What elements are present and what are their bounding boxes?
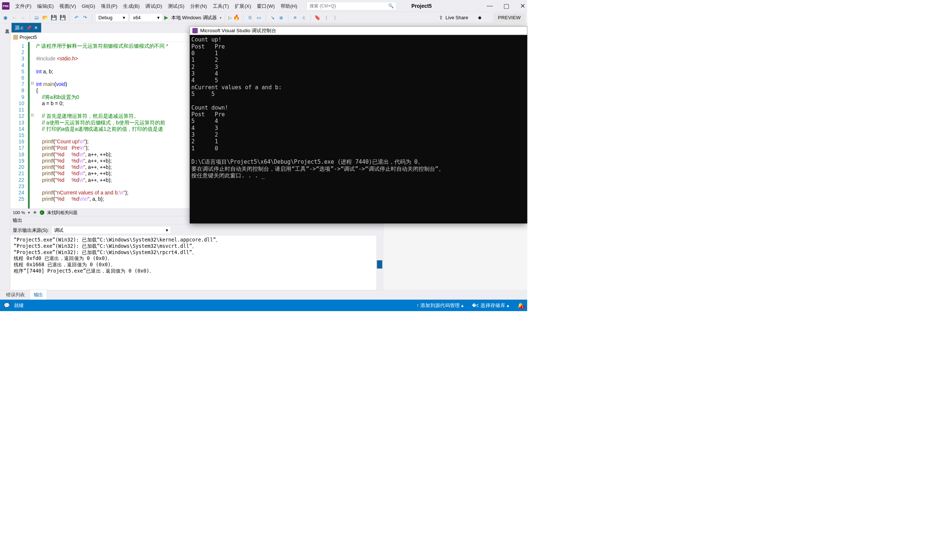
debug-console-window[interactable]: Microsoft Visual Studio 调试控制台 Count up! … [190, 26, 528, 223]
output-text[interactable]: “Project5.exe”(Win32): 已加载“C:\Windows\Sy… [10, 235, 376, 290]
menu-ext[interactable]: 扩展(X) [235, 3, 251, 9]
project-icon [13, 35, 18, 39]
menu-git[interactable]: Git(G) [82, 3, 95, 9]
nav-fwd-icon[interactable]: ← [11, 14, 18, 21]
menu-build[interactable]: 生成(B) [123, 3, 139, 9]
redo-icon[interactable]: ↷ [82, 14, 89, 21]
search-icon[interactable]: 🔍 [388, 3, 394, 9]
fold-column[interactable]: ⊟⊟ [30, 42, 34, 209]
debug-console-titlebar[interactable]: Microsoft Visual Studio 调试控制台 [190, 26, 528, 35]
window-minimize[interactable]: — [487, 2, 493, 9]
console-app-icon [192, 28, 198, 33]
debug-console-output[interactable]: Count up! Post Pre 0 1 1 2 2 3 3 4 4 5 n… [190, 35, 528, 223]
open-file-icon[interactable]: 📂 [42, 14, 49, 21]
zoom-level[interactable]: 100 % [12, 210, 25, 215]
source-control-button[interactable]: ↑ 添加到源代码管理 ▴ [417, 302, 464, 309]
step-icon[interactable]: ⎘ [247, 14, 254, 21]
window-maximize[interactable]: ▢ [503, 2, 509, 9]
preview-badge: PREVIEW [494, 13, 525, 22]
feedback-icon[interactable]: 💬 [4, 303, 10, 309]
chevron-down-icon: ▾ [166, 228, 168, 233]
notifications-button[interactable]: 🔔1 [517, 303, 524, 309]
issues-label[interactable]: 未找到相关问题 [47, 210, 77, 215]
menu-view[interactable]: 视图(V) [59, 3, 76, 9]
menu-test[interactable]: 测试(S) [168, 3, 184, 9]
uncomment-icon[interactable]: ⎌ [300, 14, 307, 21]
menu-project[interactable]: 项目(P) [101, 3, 117, 9]
config-dropdown[interactable]: Debug▾ [95, 13, 128, 22]
run-button[interactable]: 本地 Windows 调试器 [171, 14, 217, 21]
layout-icon[interactable]: ▭ [255, 14, 262, 21]
new-project-icon[interactable]: 🗂 [33, 14, 40, 21]
menu-debug[interactable]: 调试(D) [145, 3, 162, 9]
bottom-tab-bar: 错误列表 输出 [0, 290, 527, 300]
title-menu-bar: PRE 文件(F) 编辑(E) 视图(V) Git(G) 项目(P) 生成(B)… [0, 0, 527, 12]
menu-tools[interactable]: 工具(T) [213, 3, 229, 9]
menu-file[interactable]: 文件(F) [15, 3, 31, 9]
search-input[interactable] [310, 3, 388, 9]
close-icon[interactable]: ✕ [34, 25, 38, 30]
live-share-icon[interactable]: ⇪ [439, 15, 443, 20]
menu-analyze[interactable]: 分析(N) [190, 3, 207, 9]
nav-back-icon[interactable]: ◉ [2, 14, 9, 21]
save-all-icon[interactable]: 💾 [59, 14, 66, 21]
comment-icon[interactable]: ≡ [292, 14, 299, 21]
toolbox-side-tab[interactable]: 工具箱 [0, 23, 10, 290]
next-bookmark-icon[interactable]: ⟩ [332, 14, 338, 21]
nav-fwd2-icon[interactable]: → [19, 14, 26, 21]
pin-icon[interactable]: 📌 [26, 25, 31, 30]
platform-dropdown[interactable]: x64▾ [130, 13, 162, 22]
menu-edit[interactable]: 编辑(E) [37, 3, 53, 9]
main-toolbar: ◉ ← → 🗂 📂 💾 💾 ↶ ↷ Debug▾ x64▾ ▶ 本地 Windo… [0, 12, 527, 23]
repo-select-button[interactable]: �દ 选择存储库 ▴ [472, 302, 509, 309]
live-share-button[interactable]: Live Share [446, 15, 468, 20]
output-source-dropdown[interactable]: 调试▾ [51, 226, 171, 234]
output-source-label: 显示输出来源(S): [12, 227, 49, 233]
debug-console-title: Microsoft Visual Studio 调试控制台 [200, 28, 276, 34]
chevron-down-icon: ▾ [123, 15, 125, 20]
save-icon[interactable]: 💾 [51, 14, 57, 21]
app-icon: PRE [2, 2, 10, 10]
output-scrollbar[interactable] [376, 235, 383, 290]
chevron-down-icon: ▾ [157, 15, 160, 20]
tab-error-list[interactable]: 错误列表 [2, 290, 29, 300]
run-no-debug-icon[interactable]: ▷ [228, 15, 232, 20]
run-split-icon[interactable]: ▾ [220, 15, 221, 20]
undo-icon[interactable]: ↶ [73, 14, 80, 21]
output-panel: 输出 显示输出来源(S): 调试▾ “Project5.exe”(Win32):… [10, 216, 528, 290]
status-bar: 💬 就绪 ↑ 添加到源代码管理 ▴ �દ 选择存储库 ▴ 🔔1 [0, 300, 527, 311]
menu-help[interactable]: 帮助(H) [281, 3, 297, 9]
run-icon[interactable]: ▶ [164, 14, 168, 21]
issues-icon[interactable]: ✳ [33, 210, 37, 215]
tab-output[interactable]: 输出 [30, 290, 47, 300]
feedback-icon[interactable]: ☻ [477, 15, 482, 20]
status-ready: 就绪 [14, 302, 24, 309]
cursor-icon[interactable]: ↘ [269, 14, 276, 21]
line-number-gutter: 1234567891011121314151617181920212223242… [10, 42, 28, 209]
ok-icon: ✓ [40, 210, 44, 215]
window-close[interactable]: ✕ [520, 2, 525, 9]
solution-explorer-placeholder [383, 216, 527, 290]
solution-name: Project5 [412, 3, 432, 9]
hot-reload-icon[interactable]: 🔥 [233, 14, 240, 21]
document-tab-source-c[interactable]: 源.c 📌 ✕ [11, 23, 41, 32]
menu-window[interactable]: 窗口(W) [257, 3, 275, 9]
document-tab-label: 源.c [15, 25, 23, 31]
prev-bookmark-icon[interactable]: ⟨ [323, 14, 330, 21]
indent-icon[interactable]: ≣ [278, 14, 285, 21]
search-box[interactable]: 🔍 [307, 2, 396, 10]
bookmark-icon[interactable]: 🔖 [314, 14, 321, 21]
